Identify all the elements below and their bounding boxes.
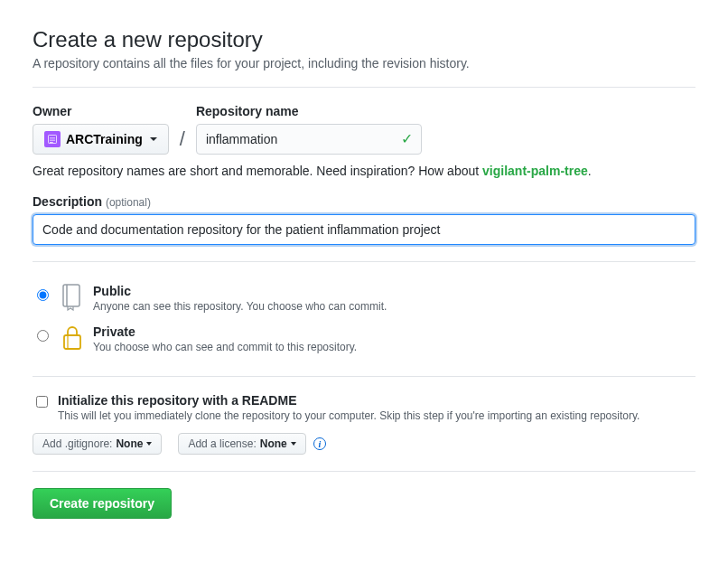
chevron-down-icon (146, 442, 152, 446)
chevron-down-icon (291, 442, 296, 446)
public-title: Public (93, 284, 387, 298)
private-title: Private (93, 324, 357, 339)
valid-check-icon: ✓ (401, 132, 413, 146)
readme-title: Initialize this repository with a README (58, 393, 639, 408)
public-desc: Anyone can see this repository. You choo… (93, 300, 387, 313)
readme-desc: This will let you immediately clone the … (58, 409, 639, 422)
info-icon[interactable]: i (313, 437, 326, 450)
owner-label: Owner (33, 104, 169, 118)
license-select[interactable]: Add a license: None (178, 433, 305, 455)
owner-name: ARCTraining (66, 132, 143, 146)
chevron-down-icon (150, 137, 157, 141)
repo-name-input[interactable] (196, 124, 422, 155)
owner-avatar-icon (44, 131, 61, 147)
private-desc: You choose who can see and commit to thi… (93, 341, 357, 353)
page-title: Create a new repository (33, 27, 695, 52)
create-repository-button[interactable]: Create repository (33, 488, 172, 519)
readme-checkbox[interactable] (36, 396, 48, 408)
repo-public-icon (61, 284, 84, 314)
description-input[interactable] (33, 214, 695, 245)
description-label: Description (optional) (33, 194, 695, 209)
divider (33, 376, 695, 377)
repo-name-label: Repository name (196, 104, 422, 118)
owner-select[interactable]: ARCTraining (33, 124, 169, 155)
lock-icon (61, 324, 84, 354)
divider (33, 87, 695, 88)
private-radio[interactable] (37, 330, 49, 342)
path-separator: / (180, 127, 185, 155)
public-radio[interactable] (37, 289, 49, 301)
name-hint: Great repository names are short and mem… (33, 164, 695, 178)
svg-rect-1 (63, 285, 79, 306)
svg-rect-3 (64, 335, 80, 349)
gitignore-select[interactable]: Add .gitignore: None (33, 433, 162, 455)
page-subtitle: A repository contains all the files for … (33, 56, 695, 70)
divider (33, 261, 695, 262)
divider (33, 471, 695, 472)
suggestion-link[interactable]: vigilant-palm-tree (482, 164, 588, 178)
